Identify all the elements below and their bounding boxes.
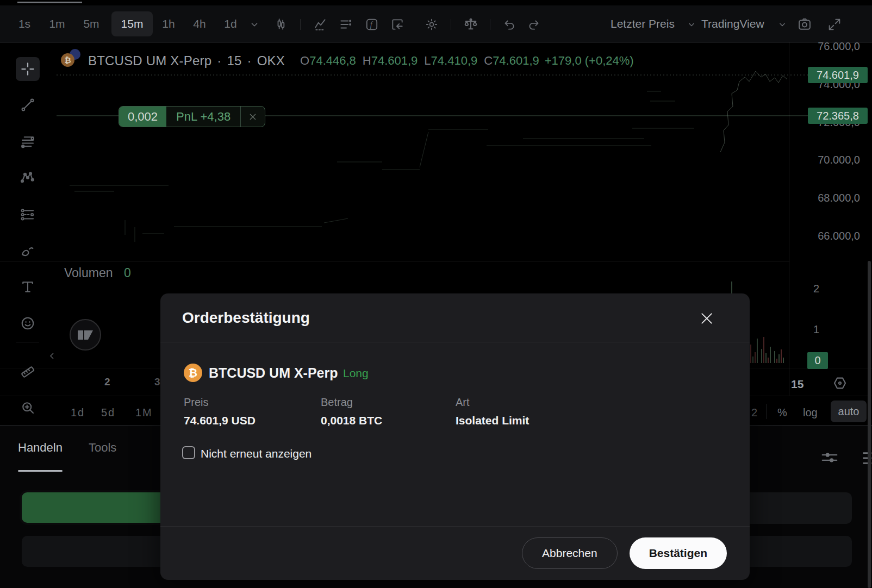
position-size: 0,002 [119,107,166,127]
tool-crosshair[interactable] [16,57,40,81]
modal-footer: Abbrechen Bestätigen [160,526,750,580]
tab-tools[interactable]: Tools [89,441,116,455]
tool-trend-line[interactable] [16,93,40,117]
page-scrollbar[interactable] [868,261,871,588]
price-scale-label: 66.000,0 [784,230,860,242]
tradingview-logo[interactable] [68,318,102,354]
bitcoin-icon: ₿ [61,53,74,67]
modal-symbol: BTCUSD UM X-Perp [209,365,338,381]
exchange-badge-icon: ₿ [61,52,83,70]
position-close-icon[interactable] [240,107,265,127]
price-scale-divider [789,42,790,396]
low-key: L [424,54,431,68]
tool-text[interactable] [16,275,40,299]
order-confirmation-modal: Orderbestätigung ₿ BTCUSD UM X-Perp Long… [160,293,750,580]
open-key: O [300,54,309,68]
volume-scale-tick: 2 [813,283,819,295]
open-value: 74.446,8 [309,54,356,68]
volume-pane-legend: Volumen 0 [64,266,131,280]
symbol-legend[interactable]: ₿ BTCUSD UM X-Perp · 15 · OKX O74.446,8 … [61,52,634,70]
legend-symbol[interactable]: BTCUSD UM X-Perp [88,53,211,68]
timezone-fragment[interactable]: 2 [751,406,757,419]
legend-exchange: OKX [257,53,285,68]
modal-bitcoin-icon: ₿ [184,364,202,382]
volume-label: Volumen [64,266,113,280]
dont-show-again-label[interactable]: Nicht erneut anzeigen [201,447,312,460]
bottombar-separator [767,404,767,419]
field-value-art: Isolated Limit [456,414,529,427]
range-1d[interactable]: 1d [71,406,85,419]
time-axis-label: 2 [104,376,110,388]
auto-scale-button[interactable]: auto [831,401,867,422]
range-5d[interactable]: 5d [101,406,115,419]
field-label-art: Art [456,396,470,409]
tool-projection[interactable] [16,203,40,227]
trading-app: 1s 1m 5m 15m 1h 4h 1d f Letzter Preis [0,0,872,588]
position-tag[interactable]: 0,002 PnL +4,38 [119,106,265,127]
tool-fib-retracement[interactable] [16,130,40,154]
last-price-badge: 74.601,9 [808,67,868,83]
tool-emoji[interactable] [16,311,40,335]
tool-xabcd-pattern[interactable] [16,166,40,190]
tool-ruler[interactable] [16,359,40,383]
time-axis-label: 15 [791,378,804,391]
dont-show-again-checkbox[interactable] [182,446,195,459]
sidebar-divider [16,342,39,342]
modal-close-icon[interactable] [697,309,716,328]
field-label-betrag: Betrag [321,396,353,409]
position-pnl: PnL +4,38 [166,107,240,127]
low-value: 74.410,9 [431,54,478,68]
tool-zoom-in[interactable] [16,396,40,420]
time-axis-label: 3 [154,376,160,388]
volume-scale-tick: 1 [813,323,819,336]
panel-sliders-icon[interactable] [820,449,839,468]
log-scale-button[interactable]: log [803,406,818,419]
price-scale-label: 68.000,0 [784,192,860,204]
tool-brush[interactable] [16,239,40,263]
range-1M[interactable]: 1M [135,406,153,419]
ohlc-values: O74.446,8 H74.601,9 L74.410,9 C74.601,9 … [294,54,634,68]
legend-interval[interactable]: 15 [227,53,241,68]
legend-dot: · [217,53,221,68]
entry-price-badge: 72.365,8 [808,108,868,124]
cancel-button[interactable]: Abbrechen [522,537,618,569]
volume-value: 0 [124,266,131,280]
close-key: C [484,54,493,68]
price-scale-label: 76.000,0 [784,40,860,53]
legend-dot: · [247,53,252,68]
modal-side-long: Long [343,367,369,380]
scale-settings-hexagon-icon[interactable] [832,375,848,393]
high-value: 74.601,9 [371,54,418,68]
field-value-preis: 74.601,9 USD [184,414,256,427]
pane-divider[interactable] [0,261,789,262]
modal-title: Orderbestätigung [182,309,310,327]
change-value: +179,0 (+0,24%) [545,54,634,68]
field-value-betrag: 0,0018 BTC [321,414,382,427]
tab-handeln[interactable]: Handeln [18,441,63,455]
sidebar-collapse-chevron-icon[interactable] [49,352,55,362]
confirm-button[interactable]: Bestätigen [630,537,727,569]
high-key: H [363,54,371,68]
modal-header: Orderbestätigung [160,293,750,342]
price-scale-label: 70.000,0 [784,154,860,166]
volume-zero-badge: 0 [807,352,828,369]
close-value: 74.601,9 [493,54,539,68]
field-label-preis: Preis [184,396,209,409]
percent-scale-button[interactable]: % [777,406,787,419]
